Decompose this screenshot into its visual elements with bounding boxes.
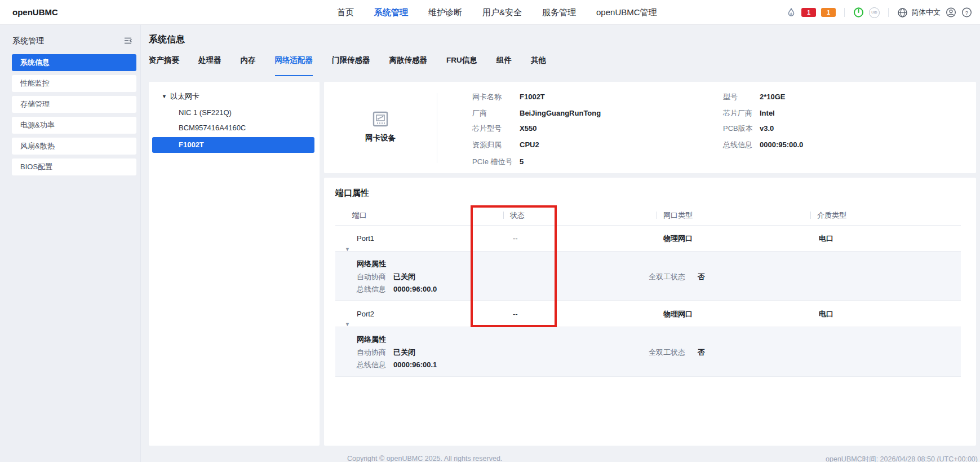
topbar-divider: [844, 8, 845, 17]
port-properties-title: 端口属性: [335, 188, 369, 199]
globe-icon[interactable]: [897, 7, 908, 18]
svg-text:?: ?: [965, 10, 968, 16]
footer-copyright: Copyright © openUBMC 2025. All rights re…: [347, 455, 502, 462]
nic-device-block: 网卡设备: [324, 82, 437, 173]
app-logo: openUBMC: [12, 0, 58, 25]
user-icon[interactable]: [946, 7, 956, 18]
field-vendor: 厂商BeiJingGuangRunTong: [472, 108, 601, 119]
field-nic-name: 网卡名称F1002T: [472, 91, 545, 103]
detail-full-duplex: 全双工状态否: [649, 347, 705, 358]
collapse-sidebar-icon[interactable]: [123, 36, 134, 47]
topbar-right-cluster: 1 1 UID 简体中文: [786, 0, 972, 25]
field-model: 型号2*10GE: [723, 91, 786, 103]
major-alarm-badge[interactable]: 1: [821, 8, 836, 17]
port1-detail-panel: 网络属性 自动协商已关闭 总线信息0000:96:00.0 全双工状态否: [335, 252, 961, 301]
uid-icon[interactable]: UID: [869, 7, 880, 18]
port2-detail-panel: 网络属性 自动协商已关闭 总线信息0000:96:00.1 全双工状态否: [335, 327, 961, 377]
sidebar-item-fan-cooling[interactable]: 风扇&散热: [12, 138, 136, 155]
field-chip-model: 芯片型号X550: [472, 123, 536, 134]
field-chip-vendor: 芯片厂商Intel: [723, 108, 775, 119]
detail-divider: [437, 93, 437, 163]
tab-other[interactable]: 其他: [531, 54, 546, 72]
topbar-divider: [888, 8, 889, 17]
field-pcie-slot: PCIe 槽位号5: [472, 156, 524, 168]
detail-bus-info: 总线信息0000:96:00.0: [357, 284, 437, 294]
sidebar-header: 系统管理: [0, 34, 141, 50]
nav-system-management[interactable]: 系统管理: [374, 0, 408, 25]
tree-node-label: 以太网卡: [170, 89, 199, 104]
column-separator: [810, 212, 811, 219]
nav-home[interactable]: 首页: [337, 0, 354, 25]
sidebar-item-power[interactable]: 电源&功率: [12, 117, 136, 134]
detail-auto-negotiation: 自动协商已关闭: [357, 272, 415, 282]
tab-bar: 资产摘要 处理器 内存 网络适配器 门限传感器 离散传感器 FRU信息 组件 其…: [149, 54, 546, 72]
column-separator: [657, 212, 657, 219]
nav-user-security[interactable]: 用户&安全: [482, 0, 522, 25]
field-pcb-version: PCB版本v3.0: [723, 123, 774, 134]
topbar: openUBMC 首页 系统管理 维护诊断 用户&安全 服务管理 openUBM…: [0, 0, 980, 25]
tab-memory[interactable]: 内存: [241, 54, 256, 72]
openubmc-screen: openUBMC 首页 系统管理 维护诊断 用户&安全 服务管理 openUBM…: [0, 0, 980, 462]
port-properties-panel: 端口属性 端口 状态 网口类型 介质类型 ▼ Port1 -- 物理网口 电口: [324, 178, 976, 446]
col-header-media-type: 介质类型: [817, 205, 846, 226]
port2-status: --: [513, 301, 518, 327]
nic-detail-panel: 网卡设备 网卡名称F1002T 厂商BeiJingGuangRunTong 芯片…: [324, 82, 976, 173]
sidebar-item-storage[interactable]: 存储管理: [12, 96, 136, 113]
port1-status: --: [513, 226, 518, 252]
field-resource-owner: 资源归属CPU2: [472, 139, 539, 151]
critical-alarm-badge[interactable]: 1: [801, 8, 816, 17]
sidebar-title: 系统管理: [12, 36, 44, 46]
tab-threshold-sensors[interactable]: 门限传感器: [332, 54, 370, 72]
adapter-tree-panel: ▼ 以太网卡 NIC 1 (SF221Q) BCM957416A4160C F1…: [149, 82, 320, 446]
tab-processor[interactable]: 处理器: [198, 54, 221, 72]
tab-fru-info[interactable]: FRU信息: [446, 54, 477, 72]
tree-node-ethernet[interactable]: ▼ 以太网卡: [149, 89, 320, 104]
footer-system-time: openUBMC时间: 2026/04/28 08:50 (UTC+00:00): [826, 455, 978, 462]
help-icon[interactable]: ?: [961, 7, 972, 18]
col-header-port: 端口: [352, 205, 367, 226]
sidebar-item-bios[interactable]: BIOS配置: [12, 159, 136, 175]
nic-device-icon: [371, 111, 389, 129]
tree-item-bcm957416[interactable]: BCM957416A4160C: [152, 120, 314, 136]
port-table-header: 端口 状态 网口类型 介质类型: [335, 205, 961, 226]
sidebar-item-system-info[interactable]: 系统信息: [12, 54, 136, 71]
alarm-flame-icon[interactable]: [786, 7, 796, 18]
nav-openubmc-management[interactable]: openUBMC管理: [596, 0, 657, 25]
page-title: 系统信息: [149, 34, 185, 46]
main-nav: 首页 系统管理 维护诊断 用户&安全 服务管理 openUBMC管理: [337, 0, 657, 25]
detail-auto-negotiation: 自动协商已关闭: [357, 347, 415, 358]
tree-item-f1002t[interactable]: F1002T: [152, 137, 314, 153]
tab-discrete-sensors[interactable]: 离散传感器: [389, 54, 428, 72]
nic-device-label: 网卡设备: [324, 133, 437, 143]
sidebar-item-performance[interactable]: 性能监控: [12, 75, 136, 92]
nav-service-management[interactable]: 服务管理: [542, 0, 576, 25]
detail-full-duplex: 全双工状态否: [649, 272, 705, 282]
col-header-status: 状态: [510, 205, 525, 226]
tab-network-adapter[interactable]: 网络适配器: [275, 54, 313, 72]
column-separator: [503, 212, 504, 219]
field-bus-info: 总线信息0000:95:00.0: [723, 139, 803, 151]
col-header-port-type: 网口类型: [663, 205, 693, 226]
caret-down-icon[interactable]: ▼: [162, 89, 167, 104]
table-row-port2[interactable]: ▼ Port2 -- 物理网口 电口: [335, 301, 961, 327]
tab-components[interactable]: 组件: [496, 54, 512, 72]
sidebar: 系统管理 系统信息 性能监控 存储管理 电源&功率 风扇&散热 BIOS配置: [0, 25, 141, 462]
nav-maintenance-diagnosis[interactable]: 维护诊断: [428, 0, 462, 25]
detail-bus-info: 总线信息0000:96:00.1: [357, 360, 437, 370]
language-selector[interactable]: 简体中文: [911, 7, 941, 17]
power-icon[interactable]: [853, 7, 864, 18]
table-row-port1[interactable]: ▼ Port1 -- 物理网口 电口: [335, 226, 961, 252]
tab-asset-summary[interactable]: 资产摘要: [149, 54, 179, 72]
tree-item-nic1[interactable]: NIC 1 (SF221Q): [152, 105, 314, 121]
